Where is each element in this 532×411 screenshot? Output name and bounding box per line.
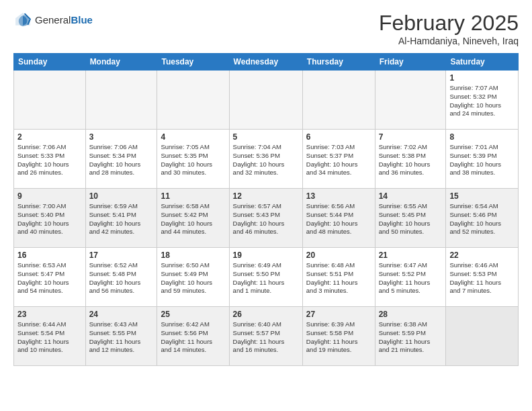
day-number: 10 <box>89 191 154 201</box>
day-number: 12 <box>233 191 299 201</box>
day-cell <box>157 71 229 130</box>
day-info: Sunrise: 6:58 AM Sunset: 5:42 PM Dayligh… <box>161 202 225 236</box>
day-header-tuesday: Tuesday <box>157 54 229 71</box>
day-info: Sunrise: 6:54 AM Sunset: 5:46 PM Dayligh… <box>449 202 515 236</box>
day-info: Sunrise: 6:53 AM Sunset: 5:47 PM Dayligh… <box>17 261 82 295</box>
day-number: 26 <box>233 310 299 319</box>
day-info: Sunrise: 6:43 AM Sunset: 5:55 PM Dayligh… <box>89 320 154 355</box>
day-number: 6 <box>306 132 371 142</box>
day-cell: 13Sunrise: 6:56 AM Sunset: 5:44 PM Dayli… <box>302 189 375 248</box>
day-cell: 10Sunrise: 6:59 AM Sunset: 5:41 PM Dayli… <box>85 189 157 248</box>
day-info: Sunrise: 6:40 AM Sunset: 5:57 PM Dayligh… <box>233 320 299 355</box>
day-info: Sunrise: 7:00 AM Sunset: 5:40 PM Dayligh… <box>17 202 82 236</box>
day-header-wednesday: Wednesday <box>229 54 302 71</box>
day-info: Sunrise: 6:42 AM Sunset: 5:56 PM Dayligh… <box>161 320 225 355</box>
day-cell: 3Sunrise: 7:06 AM Sunset: 5:34 PM Daylig… <box>85 130 157 189</box>
day-number: 25 <box>161 310 225 319</box>
week-row-3: 9Sunrise: 7:00 AM Sunset: 5:40 PM Daylig… <box>14 189 519 248</box>
day-number: 19 <box>233 250 299 260</box>
day-number: 5 <box>233 132 299 142</box>
day-cell: 1Sunrise: 7:07 AM Sunset: 5:32 PM Daylig… <box>446 71 519 130</box>
day-info: Sunrise: 6:47 AM Sunset: 5:52 PM Dayligh… <box>379 261 443 295</box>
day-cell: 5Sunrise: 7:04 AM Sunset: 5:36 PM Daylig… <box>229 130 302 189</box>
day-number: 20 <box>306 250 371 260</box>
day-number: 24 <box>89 310 154 319</box>
day-cell: 8Sunrise: 7:01 AM Sunset: 5:39 PM Daylig… <box>446 130 519 189</box>
day-info: Sunrise: 7:06 AM Sunset: 5:33 PM Dayligh… <box>17 143 82 177</box>
day-header-saturday: Saturday <box>446 54 519 71</box>
day-cell: 6Sunrise: 7:03 AM Sunset: 5:37 PM Daylig… <box>302 130 375 189</box>
day-number: 8 <box>449 132 515 142</box>
day-cell <box>14 71 86 130</box>
day-cell <box>85 71 157 130</box>
day-info: Sunrise: 6:38 AM Sunset: 5:59 PM Dayligh… <box>379 320 443 355</box>
day-cell: 18Sunrise: 6:50 AM Sunset: 5:49 PM Dayli… <box>157 248 229 307</box>
day-cell: 14Sunrise: 6:55 AM Sunset: 5:45 PM Dayli… <box>375 189 446 248</box>
day-cell: 27Sunrise: 6:39 AM Sunset: 5:58 PM Dayli… <box>302 307 375 366</box>
week-row-1: 1Sunrise: 7:07 AM Sunset: 5:32 PM Daylig… <box>14 71 519 130</box>
day-number: 21 <box>379 250 443 260</box>
day-cell: 28Sunrise: 6:38 AM Sunset: 5:59 PM Dayli… <box>375 307 446 366</box>
day-cell: 15Sunrise: 6:54 AM Sunset: 5:46 PM Dayli… <box>446 189 519 248</box>
day-info: Sunrise: 6:59 AM Sunset: 5:41 PM Dayligh… <box>89 202 154 236</box>
day-number: 17 <box>89 250 154 260</box>
day-info: Sunrise: 6:48 AM Sunset: 5:51 PM Dayligh… <box>306 261 371 295</box>
day-cell: 22Sunrise: 6:46 AM Sunset: 5:53 PM Dayli… <box>446 248 519 307</box>
day-info: Sunrise: 6:49 AM Sunset: 5:50 PM Dayligh… <box>233 261 299 295</box>
day-cell: 4Sunrise: 7:05 AM Sunset: 5:35 PM Daylig… <box>157 130 229 189</box>
title-block: February 2025 Al-Hamdaniya, Nineveh, Ira… <box>379 11 519 46</box>
day-number: 11 <box>161 191 225 201</box>
logo-text: GeneralBlue <box>35 14 93 26</box>
logo: GeneralBlue <box>13 11 93 30</box>
day-info: Sunrise: 6:55 AM Sunset: 5:45 PM Dayligh… <box>379 202 443 236</box>
day-header-monday: Monday <box>85 54 157 71</box>
day-number: 18 <box>161 250 225 260</box>
day-info: Sunrise: 7:04 AM Sunset: 5:36 PM Dayligh… <box>233 143 299 177</box>
day-cell: 23Sunrise: 6:44 AM Sunset: 5:54 PM Dayli… <box>14 307 86 366</box>
month-year: February 2025 <box>379 11 519 36</box>
day-cell <box>229 71 302 130</box>
calendar: SundayMondayTuesdayWednesdayThursdayFrid… <box>13 53 519 366</box>
day-cell: 21Sunrise: 6:47 AM Sunset: 5:52 PM Dayli… <box>375 248 446 307</box>
day-cell: 7Sunrise: 7:02 AM Sunset: 5:38 PM Daylig… <box>375 130 446 189</box>
day-number: 7 <box>379 132 443 142</box>
day-number: 13 <box>306 191 371 201</box>
logo-icon <box>13 11 32 30</box>
day-header-sunday: Sunday <box>14 54 86 71</box>
day-number: 23 <box>17 310 82 319</box>
day-number: 28 <box>379 310 443 319</box>
day-header-row: SundayMondayTuesdayWednesdayThursdayFrid… <box>14 54 519 71</box>
day-info: Sunrise: 6:57 AM Sunset: 5:43 PM Dayligh… <box>233 202 299 236</box>
day-number: 16 <box>17 250 82 260</box>
day-cell: 25Sunrise: 6:42 AM Sunset: 5:56 PM Dayli… <box>157 307 229 366</box>
day-cell: 12Sunrise: 6:57 AM Sunset: 5:43 PM Dayli… <box>229 189 302 248</box>
week-row-4: 16Sunrise: 6:53 AM Sunset: 5:47 PM Dayli… <box>14 248 519 307</box>
day-cell <box>446 307 519 366</box>
day-cell: 24Sunrise: 6:43 AM Sunset: 5:55 PM Dayli… <box>85 307 157 366</box>
day-info: Sunrise: 6:52 AM Sunset: 5:48 PM Dayligh… <box>89 261 154 295</box>
header: GeneralBlue February 2025 Al-Hamdaniya, … <box>13 11 519 46</box>
day-cell: 20Sunrise: 6:48 AM Sunset: 5:51 PM Dayli… <box>302 248 375 307</box>
day-info: Sunrise: 6:44 AM Sunset: 5:54 PM Dayligh… <box>17 320 82 355</box>
day-cell: 26Sunrise: 6:40 AM Sunset: 5:57 PM Dayli… <box>229 307 302 366</box>
day-number: 27 <box>306 310 371 319</box>
day-cell <box>375 71 446 130</box>
day-info: Sunrise: 6:56 AM Sunset: 5:44 PM Dayligh… <box>306 202 371 236</box>
location: Al-Hamdaniya, Nineveh, Iraq <box>379 36 519 46</box>
day-number: 4 <box>161 132 225 142</box>
day-number: 3 <box>89 132 154 142</box>
day-info: Sunrise: 6:46 AM Sunset: 5:53 PM Dayligh… <box>449 261 515 295</box>
day-header-friday: Friday <box>375 54 446 71</box>
logo-general: General <box>35 14 71 26</box>
day-number: 9 <box>17 191 82 201</box>
day-number: 1 <box>449 73 515 83</box>
logo-blue: Blue <box>71 14 93 26</box>
day-number: 22 <box>449 250 515 260</box>
day-cell: 19Sunrise: 6:49 AM Sunset: 5:50 PM Dayli… <box>229 248 302 307</box>
day-info: Sunrise: 7:01 AM Sunset: 5:39 PM Dayligh… <box>449 143 515 177</box>
day-number: 15 <box>449 191 515 201</box>
page: GeneralBlue February 2025 Al-Hamdaniya, … <box>0 0 532 373</box>
day-cell: 11Sunrise: 6:58 AM Sunset: 5:42 PM Dayli… <box>157 189 229 248</box>
day-cell: 16Sunrise: 6:53 AM Sunset: 5:47 PM Dayli… <box>14 248 86 307</box>
day-number: 14 <box>379 191 443 201</box>
